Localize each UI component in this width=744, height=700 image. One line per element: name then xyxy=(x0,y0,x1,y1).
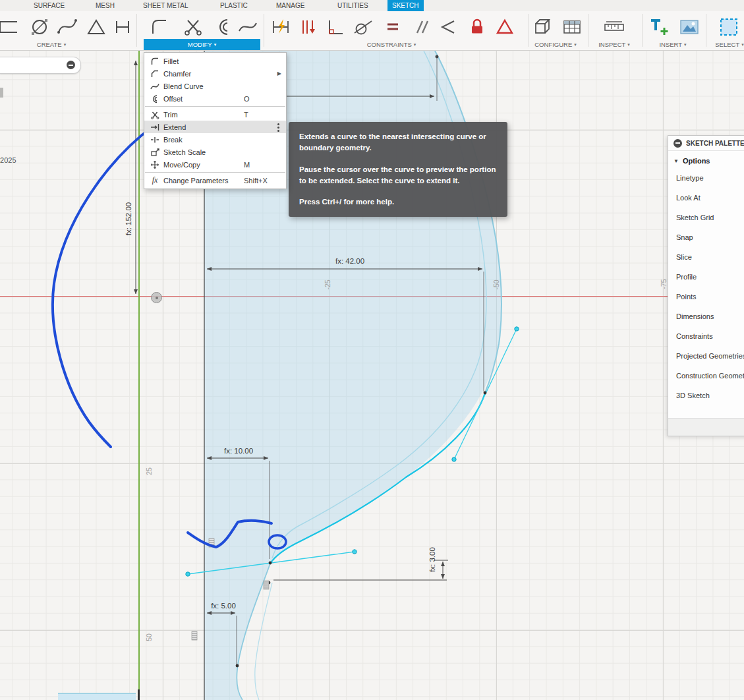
palette-item-dimensions[interactable]: Dimensions xyxy=(668,306,744,326)
select-group-label: SELECT xyxy=(715,39,739,50)
x-axis-line xyxy=(0,296,744,297)
modify-dropdown-menu: Fillet Chamfer ▶ Blend Curve Offset O Tr… xyxy=(144,52,287,189)
chevron-down-icon: ▾ xyxy=(64,39,67,50)
configure-box-icon[interactable] xyxy=(531,15,555,39)
select-window-icon[interactable] xyxy=(717,15,741,39)
chevron-down-icon: ▾ xyxy=(741,39,744,50)
palette-item-constraints[interactable]: Constraints xyxy=(668,326,744,346)
tooltip-line-3: Press Ctrl+/ for more help. xyxy=(299,196,497,208)
submenu-arrow-icon: ▶ xyxy=(277,71,281,76)
extend-tooltip: Extends a curve to the nearest intersect… xyxy=(289,122,507,217)
parallel-constraint-icon[interactable] xyxy=(409,15,432,39)
tab-plastic[interactable]: PLASTIC xyxy=(215,0,252,11)
palette-item-3d-sketch[interactable]: 3D Sketch xyxy=(668,386,744,405)
tab-utilities[interactable]: UTILITIES xyxy=(333,0,373,11)
chamfer-icon xyxy=(149,69,161,78)
tab-surface[interactable]: SURFACE xyxy=(29,0,69,11)
clipped-left-text: 92025 xyxy=(0,156,16,164)
palette-item-points[interactable]: Points xyxy=(668,287,744,306)
modify-group-label: MODIFY xyxy=(188,39,212,50)
menu-item-change-parameters[interactable]: fx Change Parameters Shift+X xyxy=(144,174,286,187)
tooltip-line-2: Pause the cursor over the curve to previ… xyxy=(299,164,497,187)
palette-item-projected-geometries[interactable]: Projected Geometries xyxy=(668,346,744,366)
palette-item-slice[interactable]: Slice xyxy=(668,247,744,267)
trim-tool-icon[interactable] xyxy=(182,15,206,39)
chevron-down-icon: ▾ xyxy=(414,39,416,50)
sketch-palette-title: SKETCH PALETTE xyxy=(686,140,744,147)
tooltip-line-1: Extends a curve to the nearest intersect… xyxy=(299,131,497,154)
menu-item-blend-curve[interactable]: Blend Curve xyxy=(144,80,286,92)
fillet-tool-icon[interactable] xyxy=(148,15,171,39)
slot-tool-icon[interactable] xyxy=(111,15,134,39)
angle-constraint-icon[interactable] xyxy=(436,15,460,39)
sketch-scale-icon xyxy=(149,148,161,157)
create-group-button[interactable]: CREATE▾ xyxy=(25,39,78,50)
palette-item-profile[interactable]: Profile xyxy=(668,267,744,287)
create-group-label: CREATE xyxy=(37,39,62,50)
chevron-down-icon: ▾ xyxy=(684,39,687,50)
blend-curve-tool-icon[interactable] xyxy=(236,15,260,39)
palette-item-sketch-grid[interactable]: Sketch Grid xyxy=(668,208,744,227)
insert-group-button[interactable]: INSERT▾ xyxy=(646,39,699,50)
menu-item-sketch-scale[interactable]: Sketch Scale xyxy=(144,146,286,158)
configure-group-button[interactable]: CONFIGURE▾ xyxy=(529,39,582,50)
sketch-palette-panel: SKETCH PALETTE ▼ Options Linetype Look A… xyxy=(668,135,744,436)
tab-sketch[interactable]: SKETCH xyxy=(387,0,424,11)
rectangle-tool-icon[interactable] xyxy=(0,15,17,39)
chevron-down-icon: ▾ xyxy=(627,39,630,50)
toolbar: CREATE▾ MODIFY▾ CONSTRAINTS▾ CONFIGURE▾ … xyxy=(0,11,744,51)
move-copy-icon xyxy=(149,160,161,169)
palette-footer xyxy=(668,418,744,436)
extend-icon xyxy=(149,123,161,132)
menu-item-trim[interactable]: Trim T xyxy=(144,108,286,121)
ribbon-tab-bar: SURFACE MESH SHEET METAL PLASTIC MANAGE … xyxy=(0,0,744,11)
sketch-dimension-icon[interactable] xyxy=(269,15,293,39)
menu-item-chamfer[interactable]: Chamfer ▶ xyxy=(144,67,286,80)
tab-manage[interactable]: MANAGE xyxy=(272,0,309,11)
blend-curve-icon xyxy=(149,82,161,91)
origin-marker[interactable] xyxy=(151,292,162,303)
select-group-button[interactable]: SELECT▾ xyxy=(710,39,744,50)
ordinate-dimension-icon[interactable] xyxy=(297,15,320,39)
insert-canvas-icon[interactable] xyxy=(647,15,671,39)
browser-collapsed-bar[interactable] xyxy=(0,57,81,74)
change-parameters-icon: fx xyxy=(149,175,161,185)
palette-options-section[interactable]: ▼ Options xyxy=(668,151,744,168)
configuration-table-icon[interactable] xyxy=(560,15,584,39)
perpendicular-constraint-icon[interactable] xyxy=(324,15,348,39)
measure-icon[interactable] xyxy=(602,15,626,39)
chevron-down-icon: ▼ xyxy=(673,158,679,164)
menu-item-break[interactable]: Break xyxy=(144,133,286,146)
tab-sheet-metal[interactable]: SHEET METAL xyxy=(138,0,193,11)
insert-image-icon[interactable] xyxy=(677,15,701,39)
tangent-constraint-icon[interactable] xyxy=(352,15,376,39)
offset-tool-icon[interactable] xyxy=(211,15,235,39)
chevron-down-icon: ▾ xyxy=(574,39,577,50)
circle-tool-icon[interactable] xyxy=(28,15,51,39)
triangle-constraint-icon[interactable] xyxy=(493,15,517,39)
modify-group-button[interactable]: MODIFY▾ xyxy=(144,39,260,50)
palette-collapse-icon[interactable] xyxy=(673,139,682,148)
menu-item-extend[interactable]: Extend xyxy=(144,121,286,133)
more-options-icon[interactable] xyxy=(277,123,279,125)
y-axis-line-dark-segment xyxy=(138,689,140,700)
sketch-palette-header[interactable]: SKETCH PALETTE xyxy=(668,136,744,151)
menu-item-fillet[interactable]: Fillet xyxy=(144,55,286,67)
palette-item-linetype[interactable]: Linetype xyxy=(668,168,744,188)
tab-mesh[interactable]: MESH xyxy=(91,0,119,11)
menu-item-offset[interactable]: Offset O xyxy=(144,92,286,105)
fix-lock-icon[interactable] xyxy=(465,15,489,39)
equal-constraint-icon[interactable] xyxy=(381,15,405,39)
collapse-minus-icon[interactable] xyxy=(67,61,75,69)
spline-tool-icon[interactable] xyxy=(55,15,79,39)
break-icon xyxy=(149,135,161,144)
palette-item-snap[interactable]: Snap xyxy=(668,227,744,247)
inspect-group-button[interactable]: INSPECT▾ xyxy=(588,39,641,50)
inspect-group-label: INSPECT xyxy=(598,39,625,50)
polygon-tool-icon[interactable] xyxy=(84,15,108,39)
constraints-group-button[interactable]: CONSTRAINTS▾ xyxy=(365,39,418,50)
menu-item-move-copy[interactable]: Move/Copy M xyxy=(144,158,286,171)
palette-item-construction-geometry[interactable]: Construction Geometry xyxy=(668,366,744,386)
clipped-left-icon xyxy=(0,88,3,98)
palette-item-look-at[interactable]: Look At xyxy=(668,188,744,208)
